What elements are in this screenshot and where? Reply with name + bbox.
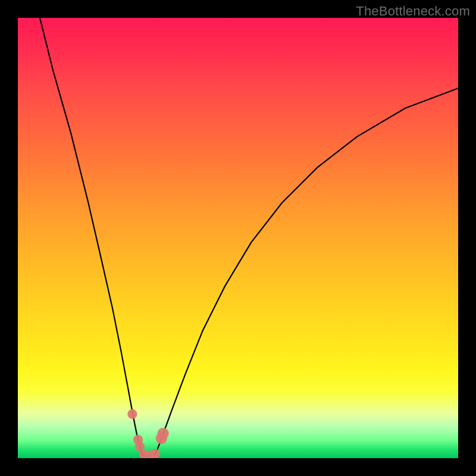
marker-pt-floor-c: [151, 449, 160, 458]
chart-frame: TheBottleneck.com: [0, 0, 476, 476]
marker-group: [127, 409, 169, 458]
plot-area: [18, 18, 458, 458]
curve-right-branch: [154, 88, 458, 456]
watermark-text: TheBottleneck.com: [356, 4, 470, 19]
marker-pt-right-b: [158, 428, 169, 439]
curve-layer: [18, 18, 458, 458]
curve-left-branch: [40, 18, 143, 456]
marker-pt-left-upper: [127, 409, 137, 419]
